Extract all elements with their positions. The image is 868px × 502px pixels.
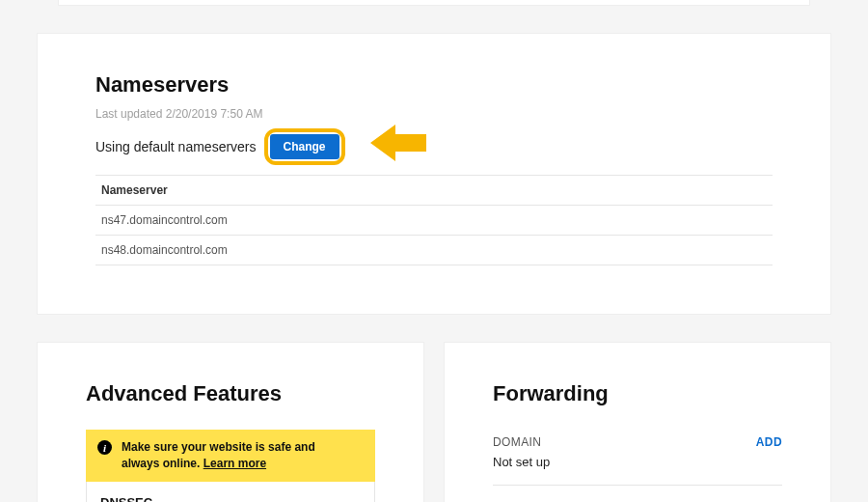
arrow-left-icon — [370, 123, 426, 167]
dnssec-heading: DNSSEC — [100, 495, 361, 502]
forwarding-domain-label: DOMAIN — [493, 435, 550, 449]
forwarding-domain-value: Not set up — [493, 455, 550, 469]
nameservers-card: Nameservers Last updated 2/20/2019 7:50 … — [37, 33, 831, 315]
advanced-features-card: Advanced Features i Make sure your websi… — [37, 342, 424, 502]
info-icon: i — [97, 440, 112, 455]
forwarding-title: Forwarding — [493, 381, 782, 406]
nameservers-title: Nameservers — [95, 72, 773, 98]
change-button[interactable]: Change — [270, 134, 339, 159]
nameserver-table: Nameserver ns47.domaincontrol.com ns48.d… — [95, 175, 773, 265]
dnssec-panel: DNSSEC Create an unbreakable chain that … — [86, 482, 375, 502]
safety-alert: i Make sure your website is safe and alw… — [86, 430, 375, 482]
change-button-highlight: Change — [264, 128, 345, 165]
table-row: ns48.domaincontrol.com — [95, 236, 773, 265]
nameserver-status-row: Using default nameservers Change — [95, 128, 773, 165]
forwarding-card: Forwarding DOMAIN Not set up ADD SUBDOMA… — [444, 342, 831, 502]
add-domain-button[interactable]: ADD — [756, 435, 782, 449]
table-row: ns47.domaincontrol.com — [95, 206, 773, 236]
bottom-row: Advanced Features i Make sure your websi… — [37, 342, 831, 502]
learn-more-link[interactable]: Learn more — [203, 457, 266, 470]
nameserver-column-header: Nameserver — [95, 176, 773, 206]
card-top-sliver — [58, 0, 810, 6]
last-updated-text: Last updated 2/20/2019 7:50 AM — [95, 107, 773, 121]
alert-line2-pre: always online. — [122, 457, 203, 470]
alert-line1: Make sure your website is safe and — [122, 440, 315, 454]
advanced-features-title: Advanced Features — [86, 381, 375, 406]
using-default-text: Using default nameservers — [95, 139, 257, 154]
svg-marker-0 — [370, 125, 426, 161]
alert-text: Make sure your website is safe and alway… — [122, 439, 315, 472]
forwarding-domain-row: DOMAIN Not set up ADD — [493, 430, 782, 486]
